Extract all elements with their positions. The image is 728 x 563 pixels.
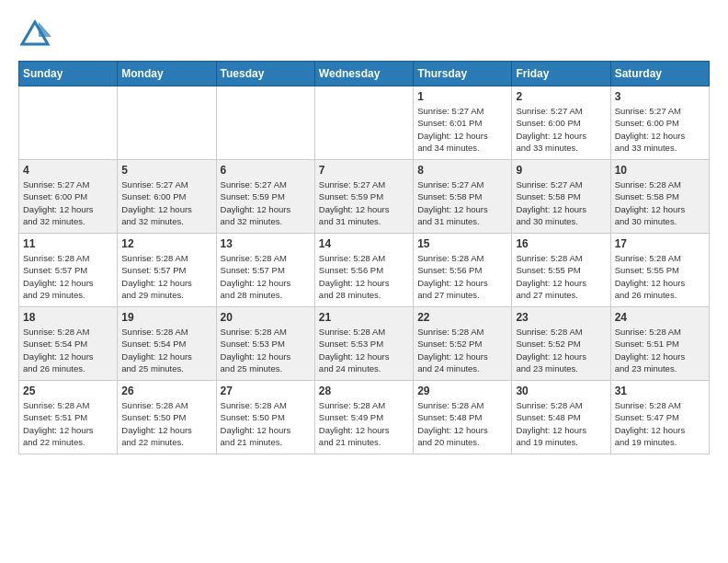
day-number: 30	[516, 385, 606, 397]
header-day-thursday: Thursday	[414, 62, 512, 86]
day-number: 29	[417, 385, 507, 397]
calendar-cell: 7Sunrise: 5:27 AM Sunset: 5:59 PM Daylig…	[314, 160, 413, 234]
day-number: 2	[516, 90, 606, 103]
calendar-cell	[314, 86, 413, 160]
day-info: Sunrise: 5:27 AM Sunset: 5:59 PM Dayligh…	[319, 178, 409, 227]
calendar-cell: 12Sunrise: 5:28 AM Sunset: 5:57 PM Dayli…	[118, 234, 216, 307]
calendar-cell: 21Sunrise: 5:28 AM Sunset: 5:53 PM Dayli…	[314, 307, 413, 381]
day-info: Sunrise: 5:27 AM Sunset: 5:59 PM Dayligh…	[221, 178, 311, 227]
header-day-tuesday: Tuesday	[216, 62, 314, 86]
day-number: 3	[615, 90, 705, 103]
calendar-cell: 25Sunrise: 5:28 AM Sunset: 5:51 PM Dayli…	[19, 381, 118, 454]
page-header	[18, 18, 710, 52]
day-number: 22	[417, 311, 507, 324]
day-number: 20	[221, 311, 311, 324]
calendar-cell: 17Sunrise: 5:28 AM Sunset: 5:55 PM Dayli…	[610, 234, 709, 307]
calendar-cell	[216, 86, 314, 160]
day-number: 8	[417, 164, 507, 177]
day-info: Sunrise: 5:28 AM Sunset: 5:54 PM Dayligh…	[23, 326, 113, 374]
day-info: Sunrise: 5:27 AM Sunset: 6:00 PM Dayligh…	[121, 178, 211, 227]
week-row-1: 1Sunrise: 5:27 AM Sunset: 6:01 PM Daylig…	[19, 86, 710, 160]
day-info: Sunrise: 5:28 AM Sunset: 5:47 PM Dayligh…	[615, 399, 705, 448]
calendar-cell	[19, 86, 118, 160]
header-day-friday: Friday	[512, 62, 610, 86]
calendar-cell: 26Sunrise: 5:28 AM Sunset: 5:50 PM Dayli…	[118, 381, 216, 454]
day-number: 11	[23, 237, 113, 250]
week-row-2: 4Sunrise: 5:27 AM Sunset: 6:00 PM Daylig…	[19, 160, 710, 234]
day-info: Sunrise: 5:27 AM Sunset: 6:00 PM Dayligh…	[516, 105, 606, 154]
day-info: Sunrise: 5:27 AM Sunset: 5:58 PM Dayligh…	[516, 178, 606, 227]
logo-icon	[18, 18, 51, 52]
calendar-cell: 14Sunrise: 5:28 AM Sunset: 5:56 PM Dayli…	[314, 234, 413, 307]
logo	[18, 18, 55, 52]
calendar-cell: 3Sunrise: 5:27 AM Sunset: 6:00 PM Daylig…	[610, 86, 709, 160]
day-number: 28	[319, 385, 409, 397]
calendar-cell: 11Sunrise: 5:28 AM Sunset: 5:57 PM Dayli…	[19, 234, 118, 307]
week-row-4: 18Sunrise: 5:28 AM Sunset: 5:54 PM Dayli…	[19, 307, 710, 381]
calendar-cell: 19Sunrise: 5:28 AM Sunset: 5:54 PM Dayli…	[118, 307, 216, 381]
day-number: 19	[121, 311, 211, 324]
day-info: Sunrise: 5:28 AM Sunset: 5:53 PM Dayligh…	[319, 326, 409, 374]
day-info: Sunrise: 5:28 AM Sunset: 5:54 PM Dayligh…	[121, 326, 211, 374]
calendar-cell: 5Sunrise: 5:27 AM Sunset: 6:00 PM Daylig…	[118, 160, 216, 234]
day-number: 9	[516, 164, 606, 177]
day-number: 10	[615, 164, 705, 177]
day-info: Sunrise: 5:28 AM Sunset: 5:52 PM Dayligh…	[417, 326, 507, 374]
day-info: Sunrise: 5:28 AM Sunset: 5:57 PM Dayligh…	[121, 252, 211, 301]
day-info: Sunrise: 5:28 AM Sunset: 5:48 PM Dayligh…	[417, 399, 507, 448]
day-info: Sunrise: 5:28 AM Sunset: 5:57 PM Dayligh…	[221, 252, 311, 301]
day-number: 23	[516, 311, 606, 324]
day-number: 14	[319, 237, 409, 250]
day-number: 13	[221, 237, 311, 250]
calendar-cell: 24Sunrise: 5:28 AM Sunset: 5:51 PM Dayli…	[610, 307, 709, 381]
day-number: 4	[23, 164, 113, 177]
header-day-wednesday: Wednesday	[314, 62, 413, 86]
day-number: 27	[221, 385, 311, 397]
day-number: 18	[23, 311, 113, 324]
day-info: Sunrise: 5:28 AM Sunset: 5:53 PM Dayligh…	[221, 326, 311, 374]
calendar-cell: 2Sunrise: 5:27 AM Sunset: 6:00 PM Daylig…	[512, 86, 610, 160]
day-number: 5	[121, 164, 211, 177]
calendar-cell: 28Sunrise: 5:28 AM Sunset: 5:49 PM Dayli…	[314, 381, 413, 454]
day-number: 16	[516, 237, 606, 250]
day-number: 15	[417, 237, 507, 250]
day-number: 7	[319, 164, 409, 177]
day-info: Sunrise: 5:28 AM Sunset: 5:55 PM Dayligh…	[615, 252, 705, 301]
day-info: Sunrise: 5:28 AM Sunset: 5:56 PM Dayligh…	[319, 252, 409, 301]
day-info: Sunrise: 5:28 AM Sunset: 5:51 PM Dayligh…	[615, 326, 705, 374]
day-info: Sunrise: 5:28 AM Sunset: 5:55 PM Dayligh…	[516, 252, 606, 301]
calendar-cell: 31Sunrise: 5:28 AM Sunset: 5:47 PM Dayli…	[610, 381, 709, 454]
day-info: Sunrise: 5:28 AM Sunset: 5:50 PM Dayligh…	[221, 399, 311, 448]
day-info: Sunrise: 5:27 AM Sunset: 6:00 PM Dayligh…	[23, 178, 113, 227]
header-row: SundayMondayTuesdayWednesdayThursdayFrid…	[19, 62, 710, 86]
day-number: 31	[615, 385, 705, 397]
day-number: 25	[23, 385, 113, 397]
day-number: 24	[615, 311, 705, 324]
day-info: Sunrise: 5:28 AM Sunset: 5:48 PM Dayligh…	[516, 399, 606, 448]
calendar-cell: 27Sunrise: 5:28 AM Sunset: 5:50 PM Dayli…	[216, 381, 314, 454]
day-info: Sunrise: 5:27 AM Sunset: 6:01 PM Dayligh…	[417, 105, 507, 154]
day-info: Sunrise: 5:28 AM Sunset: 5:49 PM Dayligh…	[319, 399, 409, 448]
day-number: 6	[221, 164, 311, 177]
calendar-cell: 1Sunrise: 5:27 AM Sunset: 6:01 PM Daylig…	[414, 86, 512, 160]
header-day-saturday: Saturday	[610, 62, 709, 86]
day-info: Sunrise: 5:27 AM Sunset: 6:00 PM Dayligh…	[615, 105, 705, 154]
calendar-cell: 13Sunrise: 5:28 AM Sunset: 5:57 PM Dayli…	[216, 234, 314, 307]
day-number: 26	[121, 385, 211, 397]
calendar-cell: 15Sunrise: 5:28 AM Sunset: 5:56 PM Dayli…	[414, 234, 512, 307]
calendar-cell: 10Sunrise: 5:28 AM Sunset: 5:58 PM Dayli…	[610, 160, 709, 234]
day-info: Sunrise: 5:28 AM Sunset: 5:56 PM Dayligh…	[417, 252, 507, 301]
day-info: Sunrise: 5:28 AM Sunset: 5:51 PM Dayligh…	[23, 399, 113, 448]
calendar-cell: 29Sunrise: 5:28 AM Sunset: 5:48 PM Dayli…	[414, 381, 512, 454]
day-number: 1	[417, 90, 507, 103]
day-info: Sunrise: 5:27 AM Sunset: 5:58 PM Dayligh…	[417, 178, 507, 227]
calendar-table: SundayMondayTuesdayWednesdayThursdayFrid…	[18, 61, 710, 454]
calendar-cell	[118, 86, 216, 160]
calendar-cell: 6Sunrise: 5:27 AM Sunset: 5:59 PM Daylig…	[216, 160, 314, 234]
day-number: 17	[615, 237, 705, 250]
day-info: Sunrise: 5:28 AM Sunset: 5:57 PM Dayligh…	[23, 252, 113, 301]
header-day-sunday: Sunday	[19, 62, 118, 86]
calendar-cell: 18Sunrise: 5:28 AM Sunset: 5:54 PM Dayli…	[19, 307, 118, 381]
header-day-monday: Monday	[118, 62, 216, 86]
calendar-cell: 30Sunrise: 5:28 AM Sunset: 5:48 PM Dayli…	[512, 381, 610, 454]
